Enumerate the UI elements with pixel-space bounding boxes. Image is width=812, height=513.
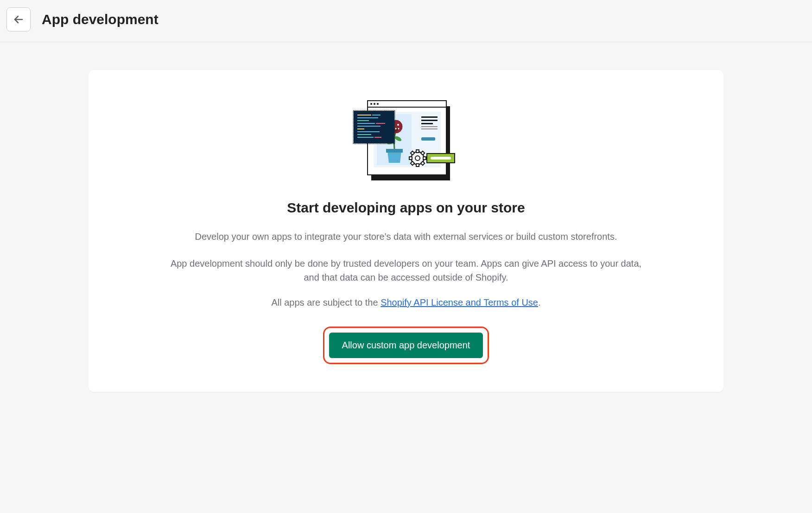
svg-rect-43	[409, 157, 412, 160]
svg-rect-30	[357, 120, 369, 121]
svg-rect-42	[416, 164, 419, 167]
svg-rect-36	[357, 134, 371, 135]
content-wrapper: Start developing apps on your store Deve…	[0, 42, 812, 397]
svg-point-5	[374, 103, 375, 105]
terms-suffix: .	[538, 297, 541, 308]
svg-rect-27	[357, 115, 371, 115]
svg-rect-3	[368, 101, 446, 107]
svg-rect-21	[421, 123, 433, 124]
card-description-1: Develop your own apps to integrate your …	[165, 230, 647, 244]
terms-text: All apps are subject to the Shopify API …	[107, 297, 705, 308]
svg-point-15	[397, 124, 399, 126]
svg-rect-41	[416, 150, 419, 153]
svg-rect-50	[431, 157, 451, 160]
page-header: App development	[0, 0, 812, 39]
cta-highlight-wrapper: Allow custom app development	[323, 327, 489, 364]
svg-rect-23	[421, 128, 438, 129]
svg-rect-22	[421, 126, 438, 127]
svg-rect-35	[357, 131, 380, 132]
back-button[interactable]	[6, 7, 31, 32]
svg-rect-32	[376, 123, 385, 124]
card-heading: Start developing apps on your store	[107, 200, 705, 216]
svg-rect-29	[357, 117, 378, 118]
svg-rect-19	[421, 116, 438, 118]
svg-rect-24	[421, 137, 435, 141]
arrow-left-icon	[13, 14, 24, 25]
svg-rect-37	[357, 137, 374, 138]
svg-rect-34	[357, 128, 364, 129]
svg-rect-9	[386, 149, 403, 153]
svg-rect-20	[421, 120, 438, 121]
allow-custom-app-development-button[interactable]: Allow custom app development	[329, 333, 483, 358]
svg-rect-38	[374, 137, 381, 138]
svg-rect-33	[357, 126, 381, 127]
svg-point-4	[370, 103, 372, 105]
svg-rect-31	[357, 123, 375, 124]
svg-point-40	[415, 156, 420, 160]
svg-rect-25	[354, 111, 394, 143]
card-description-2: App development should only be done by t…	[165, 256, 647, 284]
svg-rect-28	[372, 115, 381, 115]
page-title: App development	[42, 12, 159, 27]
app-development-card: Start developing apps on your store Deve…	[89, 70, 723, 392]
terms-link[interactable]: Shopify API License and Terms of Use	[381, 297, 538, 308]
app-development-illustration	[348, 98, 464, 181]
svg-rect-44	[423, 157, 426, 160]
terms-prefix: All apps are subject to the	[271, 297, 381, 308]
svg-point-6	[377, 103, 379, 105]
